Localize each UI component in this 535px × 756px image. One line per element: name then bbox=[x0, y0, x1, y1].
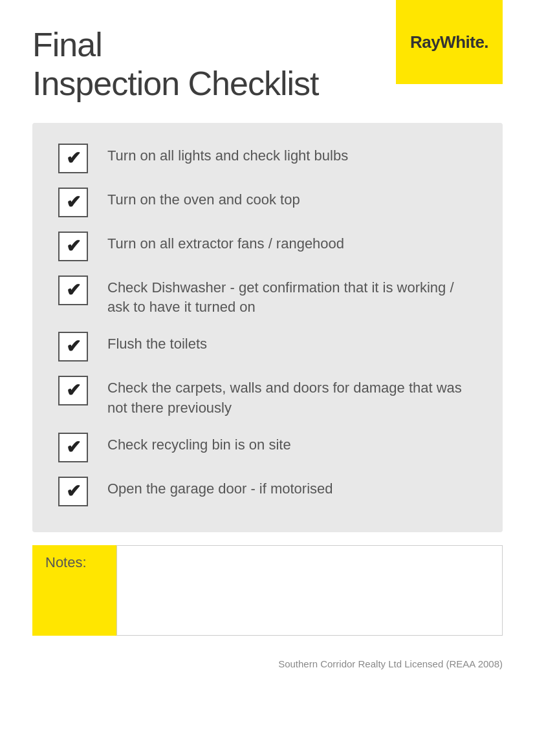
checkbox-icon[interactable]: ✔ bbox=[58, 332, 88, 362]
notes-input[interactable] bbox=[116, 545, 503, 636]
list-item: ✔ Flush the toilets bbox=[58, 324, 477, 368]
list-item: ✔ Check Dishwasher - get confirmation th… bbox=[58, 268, 477, 325]
item-label: Flush the toilets bbox=[107, 330, 207, 354]
item-label: Turn on the oven and cook top bbox=[107, 186, 300, 210]
logo-block: RayWhite. bbox=[396, 0, 503, 84]
checkbox-icon[interactable]: ✔ bbox=[58, 433, 88, 462]
checkbox-icon[interactable]: ✔ bbox=[58, 232, 88, 261]
checkmark-icon: ✔ bbox=[66, 438, 81, 457]
footer: Southern Corridor Realty Ltd Licensed (R… bbox=[0, 649, 535, 689]
checkmark-icon: ✔ bbox=[66, 149, 81, 167]
item-label: Check recycling bin is on site bbox=[107, 431, 291, 455]
item-label: Turn on all lights and check light bulbs bbox=[107, 142, 348, 166]
list-item: ✔ Turn on the oven and cook top bbox=[58, 180, 477, 224]
list-item: ✔ Turn on all extractor fans / rangehood bbox=[58, 224, 477, 268]
notes-section: Notes: bbox=[32, 545, 503, 636]
footer-text: Southern Corridor Realty Ltd Licensed (R… bbox=[278, 658, 503, 669]
list-item: ✔ Turn on all lights and check light bul… bbox=[58, 136, 477, 180]
notes-label: Notes: bbox=[32, 545, 116, 636]
item-label: Check Dishwasher - get confirmation that… bbox=[107, 274, 477, 318]
header: Final Inspection Checklist RayWhite. bbox=[0, 0, 535, 116]
page: Final Inspection Checklist RayWhite. ✔ T… bbox=[0, 0, 535, 756]
checkmark-icon: ✔ bbox=[66, 281, 81, 299]
page-title-line2: Inspection Checklist bbox=[32, 65, 318, 103]
title-block: Final Inspection Checklist bbox=[32, 26, 318, 103]
list-item: ✔ Open the garage door - if motorised bbox=[58, 469, 477, 513]
checkmark-icon: ✔ bbox=[66, 382, 81, 400]
checkbox-icon[interactable]: ✔ bbox=[58, 188, 88, 217]
checkbox-icon[interactable]: ✔ bbox=[58, 477, 88, 506]
logo-text: RayWhite. bbox=[410, 32, 488, 52]
item-label: Turn on all extractor fans / rangehood bbox=[107, 230, 344, 254]
list-item: ✔ Check the carpets, walls and doors for… bbox=[58, 368, 477, 425]
checkmark-icon: ✔ bbox=[66, 338, 81, 356]
checkbox-icon[interactable]: ✔ bbox=[58, 376, 88, 405]
item-label: Check the carpets, walls and doors for d… bbox=[107, 374, 477, 418]
page-title-line1: Final bbox=[32, 26, 318, 65]
list-item: ✔ Check recycling bin is on site bbox=[58, 425, 477, 469]
checkmark-icon: ✔ bbox=[66, 193, 81, 211]
checkbox-icon[interactable]: ✔ bbox=[58, 275, 88, 305]
checkmark-icon: ✔ bbox=[66, 237, 81, 255]
checkbox-icon[interactable]: ✔ bbox=[58, 144, 88, 173]
checklist-container: ✔ Turn on all lights and check light bul… bbox=[32, 123, 503, 532]
item-label: Open the garage door - if motorised bbox=[107, 475, 333, 499]
checkmark-icon: ✔ bbox=[66, 482, 81, 501]
